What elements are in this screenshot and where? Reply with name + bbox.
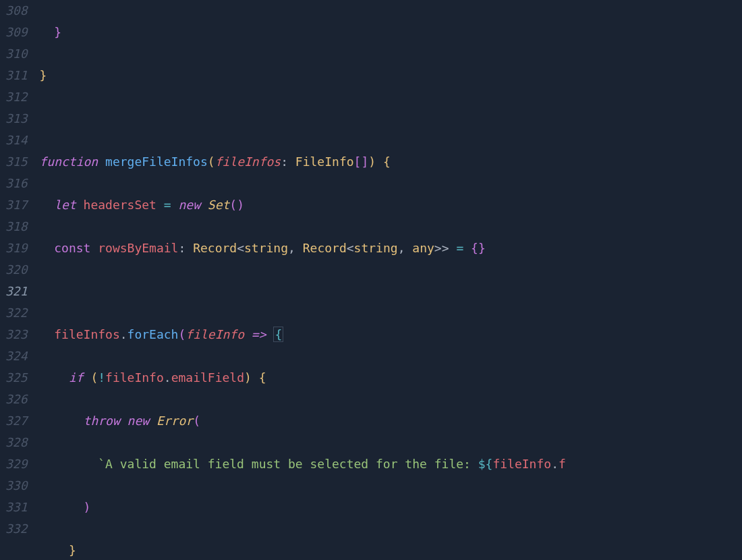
line-number: 314 (5, 130, 28, 151)
line-number: 317 (5, 194, 28, 216)
line-number: 313 (5, 108, 28, 130)
code-line[interactable]: const rowsByEmail: Record<string, Record… (40, 237, 742, 259)
line-number: 331 (5, 497, 28, 518)
code-line[interactable]: let headersSet = new Set() (40, 194, 742, 216)
line-number-gutter: 308 309 310 311 312 313 314 315 316 317 … (0, 0, 40, 560)
line-number: 324 (5, 345, 28, 367)
line-number: 332 (5, 518, 28, 540)
line-number: 328 (5, 432, 28, 453)
code-line[interactable]: } (40, 540, 742, 560)
line-number: 329 (5, 453, 28, 475)
code-line[interactable]: } (40, 65, 742, 86)
code-area[interactable]: } } function mergeFileInfos(fileInfos: F… (40, 0, 742, 560)
line-number: 325 (5, 367, 28, 389)
line-number-active: 321 (5, 281, 28, 302)
code-editor[interactable]: 308 309 310 311 312 313 314 315 316 317 … (0, 0, 742, 560)
line-number: 319 (5, 237, 28, 259)
code-line[interactable]: ) (40, 497, 742, 518)
code-line[interactable]: fileInfos.forEach(fileInfo => { (40, 324, 742, 345)
line-number: 326 (5, 389, 28, 410)
line-number: 323 (5, 324, 28, 345)
line-number: 315 (5, 151, 28, 173)
line-number: 320 (5, 259, 28, 281)
line-number: 322 (5, 302, 28, 324)
line-number: 311 (5, 65, 28, 86)
line-number: 330 (5, 475, 28, 497)
line-number: 318 (5, 216, 28, 237)
code-line[interactable]: if (!fileInfo.emailField) { (40, 367, 742, 389)
code-line[interactable]: function mergeFileInfos(fileInfos: FileI… (40, 151, 742, 173)
line-number: 327 (5, 410, 28, 432)
code-line[interactable]: throw new Error( (40, 410, 742, 432)
line-number: 316 (5, 173, 28, 194)
line-number: 309 (5, 22, 28, 43)
code-line[interactable] (40, 281, 742, 302)
code-line[interactable]: } (40, 22, 742, 43)
line-number: 308 (5, 0, 28, 22)
code-line[interactable]: `A valid email field must be selected fo… (40, 453, 742, 475)
line-number: 310 (5, 43, 28, 65)
code-line[interactable] (40, 108, 742, 130)
line-number: 312 (5, 86, 28, 108)
